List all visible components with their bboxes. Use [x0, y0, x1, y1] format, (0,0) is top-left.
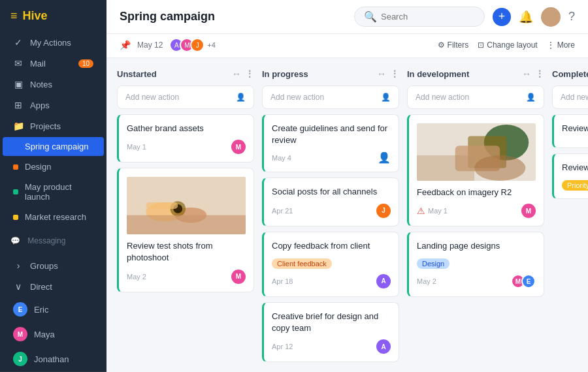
card-title: Gather brand assets	[127, 123, 246, 134]
sidebar: ≡ Hive ✓ My Actions ✉ Mail 10 ▣ Notes ⊞ …	[0, 0, 106, 372]
add-action-row[interactable]: Add new action 👤	[117, 85, 254, 109]
avatar: M	[13, 327, 27, 341]
add-button[interactable]: +	[493, 8, 511, 26]
card-footer: May 2 M E	[417, 274, 536, 288]
design-badge: Design	[417, 258, 449, 269]
sidebar-item-label: Jonathan	[34, 354, 69, 364]
logo-text: Hive	[23, 9, 48, 23]
add-action-row[interactable]: Add new action 👤	[407, 85, 544, 109]
help-icon[interactable]: ?	[568, 10, 575, 23]
add-action-label: Add new action	[125, 93, 179, 102]
card-avatar: M	[231, 140, 246, 154]
card-avatar: J	[376, 204, 391, 218]
client-feedback-badge: Client feedback	[272, 258, 332, 269]
sidebar-item-may-product-launch[interactable]: May product launch	[3, 178, 104, 206]
card-date: Apr 18	[272, 277, 293, 285]
more-icon[interactable]: ⋮	[390, 69, 399, 79]
column-header: In development ↔ ⋮	[407, 69, 544, 85]
card-date: May 4	[272, 154, 291, 162]
sidebar-item-mail[interactable]: ✉ Mail 10	[3, 54, 104, 73]
sidebar-item-groups[interactable]: › Groups	[3, 256, 104, 275]
card-avatar: A	[376, 274, 391, 288]
column-header: In progress ↔ ⋮	[262, 69, 399, 85]
folder-icon: 📁	[13, 121, 24, 131]
card-review-test-shots[interactable]: Review test shots from photoshoot May 2 …	[117, 168, 254, 292]
sidebar-item-design[interactable]: Design	[3, 157, 104, 176]
card-avatar: M	[521, 204, 536, 218]
card-landing-page[interactable]: Landing page designs Design May 2 M E	[407, 232, 544, 297]
more-button[interactable]: ⋮ More	[547, 40, 575, 50]
filters-button[interactable]: ⚙ Filters	[438, 40, 469, 50]
sidebar-item-label: Design	[25, 162, 51, 172]
project-dot	[13, 144, 18, 149]
card-create-guidelines[interactable]: Create guidelines and send for review Ma…	[262, 114, 399, 172]
mail-icon: ✉	[13, 58, 24, 69]
messaging-icon: 💬	[10, 236, 20, 245]
logo-icon: ≡	[10, 9, 18, 23]
add-action-row[interactable]: Add new action 👤	[262, 85, 399, 109]
card-copy-feedback[interactable]: Copy feedback from client Client feedbac…	[262, 232, 399, 297]
sidebar-item-label: Maya	[34, 330, 55, 339]
svg-rect-6	[146, 202, 178, 209]
card-date: May 1	[428, 207, 448, 215]
sidebar-item-label: My Actions	[30, 38, 71, 48]
project-dot	[13, 189, 18, 194]
card-review-co[interactable]: Review co...	[552, 114, 588, 148]
bell-icon[interactable]: 🔔	[519, 10, 533, 24]
card-footer: Apr 21 J	[272, 204, 391, 218]
expand-icon[interactable]: ↔	[232, 69, 241, 79]
project-dot	[13, 215, 18, 220]
app-logo: ≡ Hive	[0, 0, 106, 32]
search-icon: 🔍	[364, 10, 377, 23]
card-date: Apr 21	[272, 207, 293, 215]
card-title: Creative brief for design and copy team	[272, 311, 391, 334]
sidebar-item-label: Groups	[30, 261, 58, 271]
card-review-te[interactable]: Review te... Priority	[552, 153, 588, 199]
card-date: May 2	[127, 273, 146, 281]
more-icon[interactable]: ⋮	[245, 69, 254, 79]
column-header: Complete ↔ ⋮	[552, 69, 588, 85]
search-input[interactable]	[381, 12, 472, 22]
person-icon: 👤	[378, 151, 391, 164]
expand-icon[interactable]: ↔	[522, 69, 531, 79]
card-date: May 2	[417, 277, 436, 285]
card-date: Apr 12	[272, 343, 293, 350]
sidebar-item-notes[interactable]: ▣ Notes	[3, 74, 104, 94]
filters-label: Filters	[448, 40, 469, 50]
card-footer: ⚠ May 1 M	[417, 204, 536, 218]
sidebar-item-label: Apps	[30, 101, 50, 110]
toolbar-right: ⚙ Filters ⊡ Change layout ⋮ More	[438, 40, 575, 50]
sidebar-item-spring-campaign[interactable]: Spring campaign	[3, 137, 104, 156]
sidebar-item-apps[interactable]: ⊞ Apps	[3, 95, 104, 115]
sidebar-item-direct[interactable]: ∨ Direct	[3, 277, 104, 296]
person-icon: 👤	[236, 93, 246, 102]
user-avatar[interactable]	[541, 7, 561, 27]
card-title: Landing page designs	[417, 240, 536, 252]
search-bar[interactable]: 🔍	[354, 7, 485, 27]
sidebar-item-user-maya[interactable]: M Maya	[3, 322, 104, 346]
card-social-posts[interactable]: Social posts for all channels Apr 21 J	[262, 178, 399, 226]
sidebar-item-my-actions[interactable]: ✓ My Actions	[3, 33, 104, 52]
sidebar-item-label: Mail	[30, 59, 46, 69]
add-action-label: Add new action	[416, 93, 469, 102]
card-feedback-imagery[interactable]: Feedback on imagery R2 ⚠ May 1 M	[407, 114, 544, 226]
sidebar-item-messaging[interactable]	[3, 245, 104, 255]
notes-icon: ▣	[13, 79, 24, 89]
sidebar-item-user-eric[interactable]: E Eric	[3, 298, 104, 321]
sidebar-item-projects[interactable]: 📁 Projects	[3, 116, 104, 136]
card-title: Feedback on imagery R2	[417, 187, 536, 198]
card-title: Social posts for all channels	[272, 186, 391, 198]
card-creative-brief[interactable]: Creative brief for design and copy team …	[262, 302, 399, 362]
sidebar-item-market-research[interactable]: Market research	[3, 208, 104, 226]
add-action-row[interactable]: Add new a...	[552, 85, 588, 109]
project-date: May 12	[137, 40, 163, 50]
change-layout-button[interactable]: ⊡ Change layout	[478, 40, 537, 50]
card-title: Create guidelines and send for review	[272, 123, 391, 146]
card-avatar: E	[521, 274, 536, 288]
column-title: Unstarted	[117, 69, 157, 79]
expand-icon[interactable]: ↔	[377, 69, 386, 79]
more-icon[interactable]: ⋮	[535, 69, 544, 79]
card-gather-brand-assets[interactable]: Gather brand assets May 1 M	[117, 114, 254, 163]
sidebar-item-user-jonathan[interactable]: J Jonathan	[3, 347, 104, 371]
card-title: Review te...	[562, 162, 588, 174]
